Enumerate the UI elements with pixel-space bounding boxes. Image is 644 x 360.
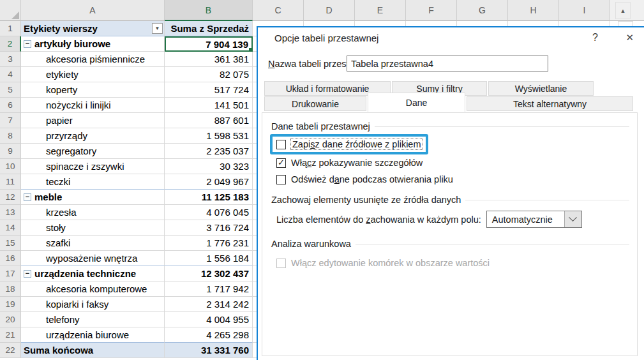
row-header-21[interactable]: 21 (0, 327, 21, 343)
cell-b-value-selected[interactable]: 7 904 139 (165, 36, 253, 52)
tab-drukowanie[interactable]: Drukowanie (264, 96, 366, 111)
cell-a-nozyczki-i-linijki[interactable]: nożyczki i linijki (21, 98, 165, 113)
cell-b-value[interactable]: 4 265 298 (165, 327, 253, 343)
row-header-19[interactable]: 19 (0, 297, 21, 312)
cell-b-value[interactable]: 4 076 045 (165, 205, 253, 220)
cell-a-etykiety-wierszy[interactable]: Etykiety wierszy▼ (21, 21, 165, 36)
help-icon[interactable]: ? (592, 32, 598, 43)
scroll-up-button[interactable]: ▲ (615, 2, 631, 19)
filter-dropdown-button[interactable]: ▼ (152, 23, 163, 34)
checkbox-refresh-on-open[interactable] (276, 175, 286, 184)
select-all-corner[interactable] (0, 0, 21, 21)
column-header-e[interactable]: E (355, 0, 406, 21)
row-header-10[interactable]: 10 (0, 159, 21, 174)
cell-b-value[interactable]: 141 501 (165, 98, 253, 113)
row-header-14[interactable]: 14 (0, 220, 21, 236)
tab-tekst-alternatywny[interactable]: Tekst alternatywny (467, 96, 633, 111)
cell-a-urzadzenia-techniczne[interactable]: −urządzenia techniczne (21, 266, 165, 281)
row-header-11[interactable]: 11 (0, 174, 21, 190)
cell-a-urzadzenia-biurowe[interactable]: urządzenia biurowe (21, 327, 165, 343)
checkbox-refresh-on-open-label[interactable]: Odśwież dane podczas otwierania pliku (291, 174, 453, 184)
row-header-13[interactable]: 13 (0, 205, 21, 220)
row-header-3[interactable]: 3 (0, 52, 21, 67)
collapse-button[interactable]: − (24, 40, 31, 48)
dropdown-button[interactable] (564, 211, 581, 227)
column-header-a[interactable]: A (21, 0, 165, 21)
row-header-16[interactable]: 16 (0, 251, 21, 266)
cell-a-akcesoria-pismiennicze[interactable]: akcesoria piśmiennicze (21, 52, 165, 67)
cell-b-value[interactable]: 1 556 184 (165, 251, 253, 266)
cell-b-value[interactable]: 2 235 037 (165, 144, 253, 159)
cell-a-suma-koncowa[interactable]: Suma końcowa (21, 343, 165, 358)
checkbox-save-source-data[interactable] (276, 140, 286, 149)
cell-a-meble[interactable]: −meble (21, 190, 165, 205)
close-icon[interactable]: ✕ (625, 32, 634, 43)
cell-b-value[interactable]: 31 331 760 (165, 343, 253, 358)
label-text: Liczba elementów do (276, 214, 366, 225)
row-header-2[interactable]: 2 (0, 36, 21, 52)
cell-a-szafki[interactable]: szafki (21, 236, 165, 251)
cell-b-value[interactable]: 4 004 955 (165, 312, 253, 327)
cell-b-value[interactable]: 2 049 967 (165, 174, 253, 190)
cell-a-segregatory[interactable]: segregatory (21, 144, 165, 159)
cell-b-value[interactable]: 3 716 724 (165, 220, 253, 236)
cell-b-value[interactable]: 887 601 (165, 113, 253, 128)
cell-a-koperty[interactable]: koperty (21, 82, 165, 98)
group-label: Zachowaj elementy usunięte ze źródła dan… (271, 195, 461, 205)
cell-b-value[interactable]: 517 724 (165, 82, 253, 98)
cell-b-value[interactable]: 82 075 (165, 67, 253, 82)
row-header-6[interactable]: 6 (0, 98, 21, 113)
cell-a-wyposazenie-wnetrza[interactable]: wyposażenie wnętrza (21, 251, 165, 266)
row-header-12[interactable]: 12 (0, 190, 21, 205)
cell-a-krzesla[interactable]: krzesła (21, 205, 165, 220)
cell-a-artykuly-biurowe[interactable]: −artykuły biurowe (21, 36, 165, 52)
cell-a-przyrzady[interactable]: przyrządy (21, 128, 165, 144)
row-header-18[interactable]: 18 (0, 281, 21, 297)
items-to-retain-dropdown[interactable]: Automatycznie (486, 211, 582, 228)
row-header-1[interactable]: 1 (0, 21, 21, 36)
cell-a-etykiety[interactable]: etykiety (21, 67, 165, 82)
cell-b-value[interactable]: Suma z Sprzedaż (165, 21, 253, 36)
cell-b-value[interactable]: 1 598 531 (165, 128, 253, 144)
cell-b-value[interactable]: 2 314 242 (165, 297, 253, 312)
cell-b-value[interactable]: 30 323 (165, 159, 253, 174)
row-header-7[interactable]: 7 (0, 113, 21, 128)
cell-a-akcesoria-komputerowe[interactable]: akcesoria komputerowe (21, 281, 165, 297)
checkbox-enable-show-details-label[interactable]: Włącz pokazywanie szczegółów (291, 158, 423, 168)
checkbox-save-source-data-label[interactable]: Zapisz dane źródłowe z plikiem (290, 139, 423, 150)
checkbox-enable-show-details[interactable] (276, 158, 286, 168)
row-header-5[interactable]: 5 (0, 82, 21, 98)
cell-b-value[interactable]: 1 717 942 (165, 281, 253, 297)
collapse-button[interactable]: − (24, 270, 31, 278)
column-header-d[interactable]: D (304, 0, 355, 21)
row-header-4[interactable]: 4 (0, 67, 21, 82)
cell-a-stoly[interactable]: stoły (21, 220, 165, 236)
cell-a-kopiarki-i-faksy[interactable]: kopiarki i faksy (21, 297, 165, 312)
cell-a-papier[interactable]: papier (21, 113, 165, 128)
column-header-b[interactable]: B (165, 0, 253, 21)
cell-b-value[interactable]: 11 125 183 (165, 190, 253, 205)
row-header-20[interactable]: 20 (0, 312, 21, 327)
cell-b-value[interactable]: 361 381 (165, 52, 253, 67)
tab-dane[interactable]: Dane (368, 93, 465, 112)
cell-text: koperty (46, 84, 77, 95)
row-header-9[interactable]: 9 (0, 144, 21, 159)
row-header-8[interactable]: 8 (0, 128, 21, 144)
cell-a-telefony[interactable]: telefony (21, 312, 165, 327)
column-header-f[interactable]: F (406, 0, 457, 21)
pivot-name-input[interactable] (347, 56, 548, 71)
row-header-15[interactable]: 15 (0, 236, 21, 251)
column-header-g[interactable]: G (457, 0, 508, 21)
cell-a-teczki[interactable]: teczki (21, 174, 165, 190)
tab-wyswietlanie[interactable]: Wyświetlanie (488, 81, 594, 96)
collapse-button[interactable]: − (24, 193, 31, 201)
column-header-i[interactable]: I (559, 0, 610, 21)
cell-a-spinacze-i-zszywki[interactable]: spinacze i zszywki (21, 159, 165, 174)
column-header-c[interactable]: C (253, 0, 304, 21)
cell-b-value[interactable]: 1 776 231 (165, 236, 253, 251)
column-header-h[interactable]: H (508, 0, 559, 21)
cell-b-value[interactable]: 12 302 437 (165, 266, 253, 281)
row-header-22[interactable]: 22 (0, 343, 21, 358)
row-header-17[interactable]: 17 (0, 266, 21, 281)
tab-content-pane: Dane tabeli przestawnej Zapisz dane źród… (262, 112, 638, 356)
